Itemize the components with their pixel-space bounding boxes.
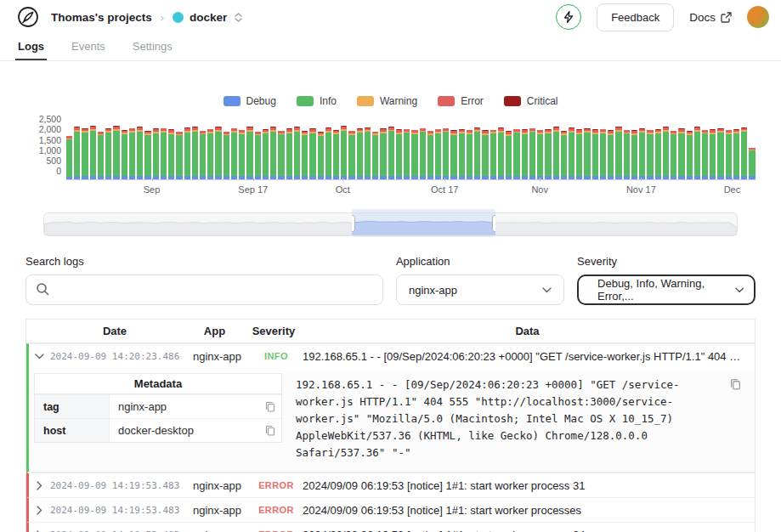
chart-bar [396,129,402,179]
x-axis-tick-mark [342,178,343,181]
tab-logs[interactable]: Logs [15,34,47,60]
chart-bar [90,126,96,179]
legend-swatch-icon [504,96,521,106]
chart-bar [513,129,519,179]
legend-swatch-icon [297,96,314,106]
project-selector[interactable]: docker [173,11,242,24]
chevron-right-icon[interactable] [29,481,50,490]
quick-action-button[interactable] [556,4,581,30]
x-axis-tick: Sep [144,184,161,195]
x-axis-tick: Oct [336,184,350,195]
chart-bar [537,130,543,179]
copy-icon[interactable] [259,425,281,436]
application-label: Application [396,255,564,268]
chevron-right-icon[interactable] [29,506,50,515]
chevron-updown-icon [235,13,242,22]
chart-bar [348,131,354,179]
chart-bar [286,128,292,179]
time-range-slider[interactable] [43,212,738,236]
log-date: 2024-09-09 14:19:53.483 [50,480,184,491]
chart-bar [411,130,417,179]
severity-label: Severity [577,255,756,268]
copy-icon[interactable] [730,378,741,390]
legend-item-error[interactable]: Error [438,95,484,107]
legend-item-warning[interactable]: Warning [357,95,417,107]
logfire-logo-icon[interactable] [17,6,39,28]
metadata-table: Metadata tag nginx-app host docker-deskt… [34,373,282,443]
metadata-key: host [35,419,110,442]
feedback-button[interactable]: Feedback [597,3,674,31]
chart-bar [624,130,630,179]
log-data: 2024/09/09 06:19:53 [notice] 1#1: start … [303,479,755,492]
user-avatar[interactable] [747,6,769,28]
chart-x-axis: SepSep 17OctOct 17NovNov 17Dec [66,181,756,195]
log-row[interactable]: 2024-09-09 14:19:53.483 nginx-app ERROR … [26,522,755,532]
chart-bar [474,127,480,179]
search-icon [36,282,49,296]
application-select[interactable]: nginx-app [396,274,564,305]
copy-icon[interactable] [259,401,281,412]
chart-bar [309,128,315,179]
tab-events[interactable]: Events [69,34,108,60]
brush-handle-right[interactable] [492,215,495,232]
severity-select[interactable]: Debug, Info, Warning, Error,... [577,274,756,305]
brush-handle-left[interactable] [352,215,355,232]
legend-item-info[interactable]: Info [297,95,337,107]
log-app: nginx-app [184,529,250,532]
tab-bar: Logs Events Settings [0,34,781,61]
project-name: docker [190,11,227,24]
y-axis-tick: 500 [25,156,61,166]
chart-bar [553,127,559,179]
legend-item-debug[interactable]: Debug [224,95,276,107]
log-app: nginx-app [184,479,250,492]
y-axis-tick: 0 [25,167,61,176]
legend-swatch-icon [438,96,455,106]
chart-bar [270,127,276,179]
chart-bar [459,129,465,179]
chart-bar [325,127,331,179]
chart-bar [239,130,245,179]
chevron-down-icon [542,287,552,293]
chart-bar [137,127,143,179]
chart-bar [113,126,119,179]
brush-selection[interactable] [352,209,496,237]
legend-item-critical[interactable]: Critical [504,95,558,107]
chart-bar [741,127,747,179]
chevron-down-icon [735,287,744,293]
chart-bar [427,131,433,179]
severity-select-value: Debug, Info, Warning, Error,... [597,277,735,303]
legend-swatch-icon [224,96,241,106]
log-row[interactable]: 2024-09-09 14:19:53.483 nginx-app ERROR … [26,473,755,497]
tab-settings[interactable]: Settings [130,34,175,60]
chart-bar [608,130,614,179]
log-row[interactable]: 2024-09-09 14:20:23.486 nginx-app INFO 1… [26,343,755,368]
breadcrumb-projects[interactable]: Thomas's projects [51,11,152,24]
log-severity-badge: ERROR [250,480,303,490]
chart-bar [529,128,535,179]
x-axis-tick-mark [540,178,540,181]
log-row[interactable]: 2024-09-09 14:19:53.483 nginx-app ERROR … [26,497,755,522]
chart-bar [450,130,456,179]
search-input[interactable] [25,274,383,305]
chart-bar [200,131,206,180]
chart-bar [717,128,723,179]
chart-bar [98,132,104,179]
metadata-value: nginx-app [110,395,259,418]
chart-bar [506,131,512,179]
log-app: nginx-app [184,504,250,517]
column-data: Data [300,325,755,337]
chart-bar [490,130,496,179]
legend-label: Critical [527,95,558,107]
x-axis-tick: Dec [724,184,741,195]
chart-bar [129,128,135,179]
chart-bar [600,129,606,179]
y-axis-tick: 1,500 [25,136,61,145]
chart-bar [294,127,300,179]
docs-label: Docs [689,11,716,24]
chart-bar [663,127,669,179]
chevron-down-icon[interactable] [29,354,50,359]
log-date: 2024-09-09 14:19:53.483 [50,505,184,516]
docs-link[interactable]: Docs [689,11,732,24]
chart-bar [380,128,386,179]
chart-bar [184,127,190,179]
